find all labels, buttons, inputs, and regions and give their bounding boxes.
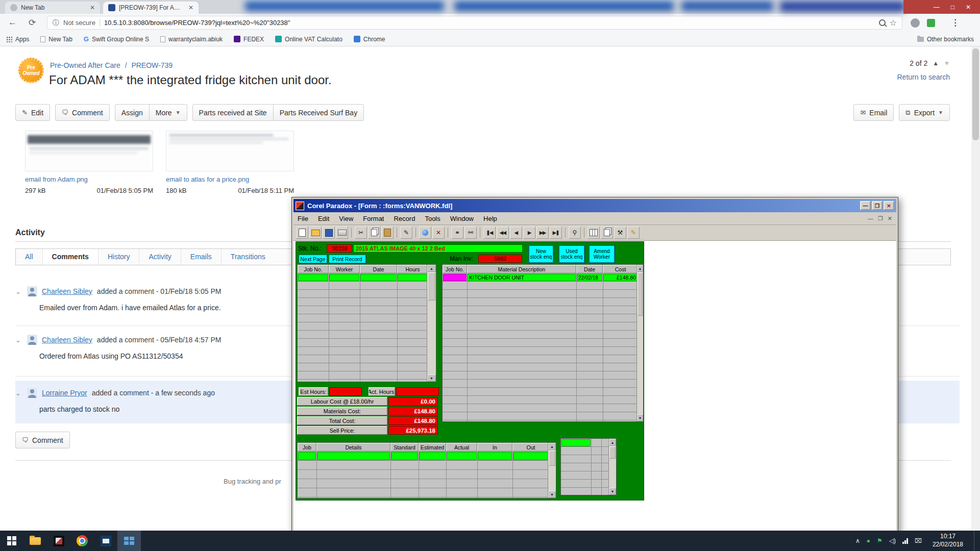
tools-icon[interactable]: ⚒ [614,227,626,239]
edit-button[interactable]: ✎ Edit [15,104,50,121]
scroll-up-icon[interactable]: ▲ [548,443,556,450]
extension-icon[interactable] [927,19,935,27]
close-icon[interactable]: ✕ [966,4,971,11]
cut-icon[interactable]: ✂ [355,227,367,239]
menu-format[interactable]: Format [363,215,384,222]
tab-close-icon[interactable]: ✕ [90,4,95,11]
start-button[interactable] [0,531,23,551]
mdi-restore-icon[interactable]: ❐ [878,215,883,222]
hours-cell[interactable] [360,274,397,281]
scroll-down-icon[interactable]: ▼ [637,414,643,421]
materials-cost-value[interactable]: £148.80 [388,407,438,415]
last-record-icon[interactable]: ▶❚ [550,227,562,239]
collapse-icon[interactable]: ⌄ [15,336,22,344]
refresh-icon[interactable]: ⟳ [29,17,36,28]
copy-to-icon[interactable] [601,227,613,239]
stk-no-field[interactable]: 30238 [327,244,352,253]
scrollbar-thumb[interactable] [428,272,435,300]
edit-data-icon[interactable]: ✎ [400,227,412,239]
tab-comments[interactable]: Comments [43,249,99,265]
hours-cell[interactable] [329,274,359,281]
comment-author-link[interactable]: Charleen Sibley [42,336,92,344]
email-button[interactable]: ✉ Email [853,104,894,121]
total-cost-value[interactable]: £148.80 [388,416,438,425]
status-icon[interactable]: ● [867,537,870,544]
breadcrumb-project-link[interactable]: Pre-Owned After Care [50,61,120,69]
tab-activity[interactable]: Activity [139,249,181,265]
scrollbar-thumb[interactable] [972,48,979,140]
back-icon[interactable]: ← [8,17,17,28]
attachment-name-link[interactable]: email to atlas for a price.png [166,176,294,183]
outlook-taskbar-icon[interactable] [94,531,117,551]
file-explorer-icon[interactable] [23,531,47,551]
scroll-up-icon[interactable]: ▲ [637,265,643,272]
attachment-name-link[interactable]: email from Adam.png [25,176,153,183]
zoom-icon[interactable] [879,19,886,26]
menu-edit[interactable]: Edit [318,215,329,222]
next-issue-icon[interactable]: ▼ [944,60,950,67]
input-indicator-icon[interactable]: ⌧ [915,537,922,544]
job-cell[interactable] [317,452,390,460]
menu-record[interactable]: Record [394,215,415,222]
hours-cell[interactable] [298,274,328,281]
address-bar[interactable]: ⓘ Not secure 10.5.10.3:8080/browse/PREOW… [47,16,902,30]
scrollbar[interactable]: ▲ ▼ [548,443,556,498]
paradox-taskbar-icon[interactable] [47,531,70,551]
mdi-close-icon[interactable]: ✕ [888,215,892,222]
scroll-up-icon[interactable]: ▲ [609,439,616,446]
chrome-menu-icon[interactable]: ⋮ [951,17,960,28]
hours-cell[interactable] [398,274,428,281]
scrollbar[interactable]: ▲ ▼ [427,265,436,382]
next-record-icon[interactable]: ▶ [523,227,535,239]
mdi-minimize-icon[interactable]: — [868,215,873,222]
previous-record-icon[interactable]: ◀ [510,227,522,239]
menu-help[interactable]: Help [483,215,497,222]
zoom-icon[interactable]: ⚲ [569,227,581,239]
minimize-icon[interactable]: — [934,4,940,11]
bookmark-star-icon[interactable]: ☆ [890,18,897,28]
scroll-down-icon[interactable]: ▼ [427,374,436,382]
scrollbar-thumb[interactable] [609,446,616,459]
tab-preow-739[interactable]: [PREOW-739] For ADAM ✕ [103,2,199,14]
job-cell[interactable] [298,452,316,460]
taskbar-clock[interactable]: 10:17 22/02/2018 [928,533,967,548]
page-scrollbar[interactable] [971,46,980,531]
material-date-cell[interactable]: 22/02/18 [577,274,602,281]
tab-transitions[interactable]: Transitions [222,249,275,265]
chrome-taskbar-icon[interactable] [70,531,94,551]
previous-issue-icon[interactable]: ▲ [933,60,939,67]
volume-icon[interactable]: ◁) [889,537,896,544]
show-desktop-button[interactable] [974,531,977,551]
copy-icon[interactable] [368,227,380,239]
comment-button[interactable]: 🗨 Comment [55,104,110,121]
bookmark-item[interactable]: G Swift Group Online S [84,35,149,43]
export-button[interactable]: ⧉ Export ▼ [899,104,950,121]
bookmark-item[interactable]: warrantyclaim.abiuk [160,36,223,43]
apps-button[interactable]: Apps [6,36,29,43]
tab-new-tab[interactable]: New Tab ✕ [5,2,100,14]
paradox-title-bar[interactable]: Corel Paradox - [Form : :forms:VANWORK.f… [293,199,896,212]
locate-next-icon[interactable]: ⚯ [464,227,477,239]
scroll-down-icon[interactable]: ▼ [609,488,616,495]
bookmark-item[interactable]: FEDEX [234,36,264,43]
fast-forward-icon[interactable]: ▶▶ [536,227,549,239]
maximize-icon[interactable]: ❐ [872,201,883,210]
scrollbar-thumb[interactable] [638,272,643,316]
paste-icon[interactable] [381,227,394,239]
breadcrumb-issue-link[interactable]: PREOW-739 [131,61,173,69]
assign-button[interactable]: Assign [115,104,150,121]
active-app-taskbar-icon[interactable] [117,531,141,551]
job-cell[interactable] [513,452,549,460]
scroll-down-icon[interactable]: ▼ [548,491,556,498]
scrollbar-thumb[interactable] [549,450,555,466]
material-job-cell[interactable] [443,274,467,281]
stock-description-field[interactable]: 2015 ATLAS IMAGE 40 x 12 2 Bed [353,244,523,253]
field-view-icon[interactable] [419,227,431,239]
network-icon[interactable] [902,538,908,544]
attachment-thumbnail[interactable] [25,131,153,171]
return-to-search-link[interactable]: Return to search [897,73,950,81]
close-icon[interactable]: ✕ [884,201,894,210]
more-button[interactable]: More ▼ [149,104,187,121]
parts-received-site-button[interactable]: Parts received at Site [192,104,274,121]
tab-close-icon[interactable]: ✕ [188,4,193,11]
